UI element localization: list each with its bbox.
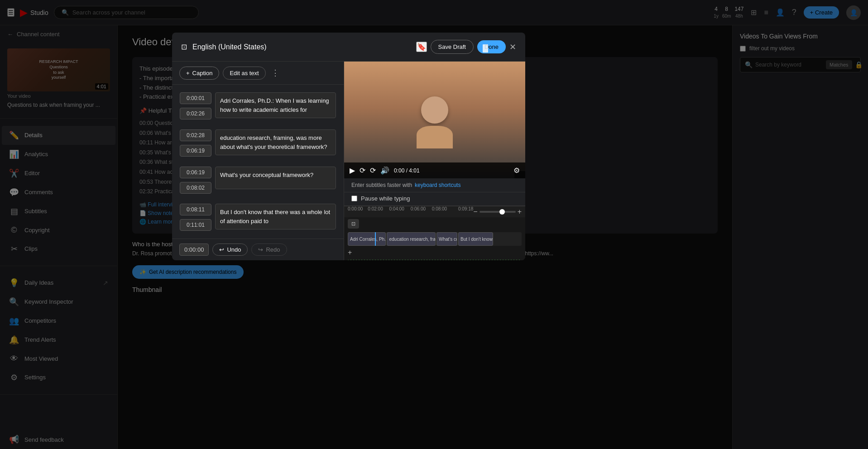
timeline-playhead (375, 232, 376, 246)
timeline-zoom-ctrl: − + (473, 208, 522, 216)
timeline-add-row: + (344, 248, 525, 258)
captions-toolbar: + Caption Edit as text ⋮ (172, 62, 344, 85)
captions-list: 0:00:01 0:02:26 Adri Corrales, Ph.D.: Wh… (172, 85, 344, 239)
play-button[interactable]: ▶ (350, 166, 355, 175)
save-draft-button[interactable]: Save Draft (431, 40, 474, 54)
video-settings-button[interactable]: ⚙ (513, 166, 520, 175)
volume-button[interactable]: 🔊 (380, 166, 389, 175)
modal-title: English (United States) (192, 43, 411, 51)
timeline-captions-icon[interactable]: ⊡ (348, 219, 359, 229)
ruler-mark-4: 0:04:00 (389, 206, 404, 211)
caption-times-2: 0:02:28 0:06:19 (180, 129, 211, 157)
caption-item-1: 0:00:01 0:02:26 Adri Corrales, Ph.D.: Wh… (176, 88, 340, 124)
ruler-mark-end: 0:09:18 (458, 206, 473, 211)
timeline-controls-row: ⊡ (344, 217, 525, 230)
captions-panel: + Caption Edit as text ⋮ 0:00:01 0:02:26… (172, 62, 344, 260)
timeline-captions-row[interactable]: Adri Corrales, Ph.D.: When I was learni.… (348, 232, 522, 246)
person-face (421, 96, 448, 124)
caption-time-2-start[interactable]: 0:02:28 (180, 129, 211, 141)
caption-time-1-start[interactable]: 0:00:01 (180, 92, 211, 104)
timeline-block-4[interactable]: But I don't know (458, 232, 493, 246)
caption-text-3[interactable]: What's your conceptual framework? (215, 167, 336, 189)
timeline-ruler: 0:00:00 0:02:00 0:04:00 0:06:00 0:08:00 … (344, 206, 525, 217)
caption-text-2[interactable]: education research, framing, was more ab… (215, 129, 336, 155)
caption-text-1[interactable]: Adri Corrales, Ph.D.: When I was learnin… (215, 92, 336, 118)
redo-icon: ↪ (258, 246, 263, 253)
caption-time-2-end[interactable]: 0:06:19 (180, 145, 211, 157)
audio-waveform (348, 259, 522, 260)
person-body (417, 126, 453, 148)
ruler-mark-8: 0:08:00 (432, 206, 447, 211)
undo-icon: ↩ (219, 246, 224, 253)
pause-typing-label: Pause while typing (361, 195, 410, 202)
subtitle-hint: Enter subtitles faster with keyboard sho… (344, 178, 525, 192)
language-icon: ⊡ (181, 43, 187, 51)
timeline-ruler-container: 0:00:00 0:02:00 0:04:00 0:06:00 0:08:00 … (348, 206, 473, 217)
close-modal-button[interactable]: ✕ (509, 42, 516, 52)
caption-times-4: 0:08:11 0:11:01 (180, 204, 211, 231)
pause-typing-checkbox[interactable] (351, 196, 357, 201)
add-track-icon[interactable]: + (348, 248, 352, 257)
caption-times-3: 0:06:19 0:08:02 (180, 167, 211, 194)
caption-item-3: 0:06:19 0:08:02 What's your conceptual f… (176, 162, 340, 198)
rewind-button[interactable]: ⟳ (360, 166, 365, 175)
timeline-section: 0:00:00 0:02:00 0:04:00 0:06:00 0:08:00 … (344, 206, 525, 260)
video-time-label: 0:00 / 4:01 (394, 167, 420, 174)
subtitle-hint-text: Enter subtitles faster with (351, 182, 412, 188)
more-options-button[interactable]: ⋮ (269, 66, 281, 80)
edit-as-text-button[interactable]: Edit as text (223, 67, 265, 80)
pause-typing-row: Pause while typing (344, 192, 525, 206)
caption-item-2: 0:02:28 0:06:19 education research, fram… (176, 125, 340, 161)
bookmark-icon-btn[interactable]: 🔖 (416, 42, 427, 52)
caption-time-3-end[interactable]: 0:08:02 (180, 182, 211, 194)
ruler-mark-0: 0:00:00 (348, 206, 363, 211)
zoom-slider[interactable] (480, 211, 516, 213)
video-controls-bar: ▶ ⟳ ⟳ 🔊 0:00 / 4:01 ⚙ (344, 162, 525, 178)
modal-actions: 🔖 Save Draft Done ✕ (416, 40, 517, 54)
undo-label: Undo (227, 246, 241, 253)
caption-text-4[interactable]: But I don't know that there was a whole … (215, 204, 336, 229)
modal-header: ⊡ English (United States) 🔖 Save Draft D… (172, 33, 525, 62)
zoom-slider-thumb (499, 209, 505, 215)
caption-times-1: 0:00:01 0:02:26 (180, 92, 211, 119)
caption-time-3-start[interactable]: 0:06:19 (180, 167, 211, 178)
zoom-in-button[interactable]: + (518, 208, 522, 216)
plus-icon: + (186, 70, 190, 76)
caption-time-1-end[interactable]: 0:02:26 (180, 108, 211, 119)
ruler-mark-2: 0:02:00 (368, 206, 383, 211)
redo-button[interactable]: ↪ Redo (251, 244, 287, 256)
video-controls: ▶ ⟳ ⟳ 🔊 0:00 / 4:01 ⚙ (344, 162, 525, 178)
zoom-out-button[interactable]: − (473, 208, 477, 216)
captions-footer: 0:00:00 ↩ Undo ↪ Redo (172, 239, 344, 260)
timeline-audio-row (348, 259, 522, 260)
add-caption-label: Caption (192, 70, 213, 76)
video-panel: ▶ ⟳ ⟳ 🔊 0:00 / 4:01 ⚙ Enter subtitles fa… (344, 62, 525, 260)
modal-body: + Caption Edit as text ⋮ 0:00:01 0:02:26… (172, 62, 525, 260)
time-display: 0:00:00 (179, 244, 209, 256)
ruler-mark-6: 0:06:00 (411, 206, 426, 211)
caption-time-4-start[interactable]: 0:08:11 (180, 204, 211, 215)
forward-button[interactable]: ⟳ (370, 166, 376, 175)
caption-item-4: 0:08:11 0:11:01 But I don't know that th… (176, 200, 340, 235)
video-person-display (344, 62, 525, 178)
timeline-container: ⊡ Adri Corrales, Ph.D.: When I was learn… (344, 217, 525, 260)
timeline-block-1[interactable]: Adri Corrales, Ph.D.: When I was learni.… (348, 232, 386, 246)
subtitles-modal: ⊡ English (United States) 🔖 Save Draft D… (172, 33, 525, 260)
video-player-area: ▶ ⟳ ⟳ 🔊 0:00 / 4:01 ⚙ (344, 62, 525, 178)
timeline-block-3[interactable]: What's conc... (436, 232, 457, 246)
caption-time-4-end[interactable]: 0:11:01 (180, 219, 211, 231)
keyboard-shortcuts-link[interactable]: keyboard shortcuts (415, 182, 460, 188)
done-button[interactable]: Done (477, 40, 506, 53)
undo-button[interactable]: ↩ Undo (212, 244, 248, 256)
timeline-block-2[interactable]: education research, framing, was more ab… (387, 232, 436, 246)
redo-label: Redo (266, 246, 280, 253)
add-caption-button[interactable]: + Caption (179, 67, 219, 80)
modal-overlay: ⊡ English (United States) 🔖 Save Draft D… (0, 0, 868, 449)
